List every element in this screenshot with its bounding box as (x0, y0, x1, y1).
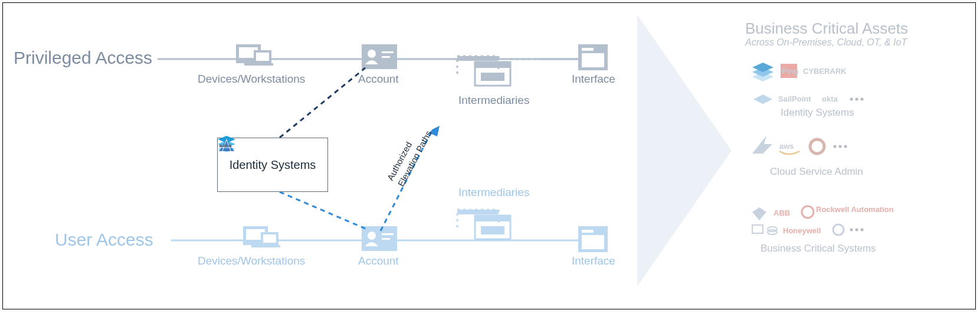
svg-rect-8 (382, 51, 394, 53)
svg-marker-45 (753, 94, 772, 104)
svg-rect-9 (382, 56, 390, 58)
account-icon-user (362, 226, 397, 251)
funnel-shape (637, 15, 732, 286)
svg-rect-34 (582, 235, 604, 249)
svg-text:okta: okta (822, 94, 838, 103)
svg-rect-24 (362, 226, 397, 251)
svg-rect-4 (256, 53, 269, 61)
user-intermediaries-label: Intermediaries (458, 186, 529, 199)
svg-rect-11 (475, 62, 510, 68)
user-devices-label: Devices/Workstations (198, 255, 305, 268)
identity-systems-card: Identity Systems (217, 138, 328, 192)
svg-rect-13 (457, 56, 499, 61)
svg-rect-6 (362, 44, 397, 69)
svg-point-55 (844, 145, 847, 148)
svg-text:SailPoint: SailPoint (778, 94, 811, 103)
svg-rect-60 (752, 225, 763, 233)
svg-rect-16 (582, 53, 604, 67)
account-icon-priv (362, 44, 397, 69)
svg-point-65 (850, 229, 853, 232)
sidebar-section-bcs: Business Critical Systems (761, 243, 876, 255)
priv-devices-label: Devices/Workstations (198, 73, 305, 86)
svg-text:CYBERARK: CYBERARK (803, 67, 847, 76)
dash-to-user-account (280, 192, 365, 229)
svg-point-53 (834, 145, 837, 148)
diagram-frame: Authorized Elevation Paths Ping CYBERARK… (2, 2, 976, 309)
intermediaries-icon-priv (451, 56, 540, 86)
svg-text:Honeywell: Honeywell (783, 226, 821, 235)
sidebar-section-cloud: Cloud Service Admin (770, 166, 863, 178)
svg-rect-26 (382, 233, 394, 235)
svg-point-77 (229, 145, 232, 148)
svg-rect-20 (251, 245, 260, 247)
svg-point-25 (368, 232, 376, 240)
svg-rect-31 (457, 210, 499, 214)
svg-rect-23 (259, 245, 280, 247)
svg-point-50 (861, 98, 864, 101)
identity-systems-caption: Identity Systems (218, 155, 327, 178)
user-access-title: User Access (55, 230, 153, 250)
user-interface-label: Interface (572, 255, 615, 268)
priv-interface-label: Interface (572, 73, 615, 86)
svg-point-67 (861, 229, 864, 232)
priv-account-label: Account (358, 73, 399, 86)
svg-rect-12 (481, 73, 504, 81)
elevation-arrow: Authorized Elevation Paths (381, 126, 440, 231)
svg-point-66 (856, 229, 858, 232)
svg-point-58 (802, 206, 814, 218)
svg-rect-27 (382, 238, 390, 240)
intermediaries-icon-user (457, 210, 510, 239)
svg-rect-29 (475, 216, 510, 221)
svg-text:Ping: Ping (782, 67, 798, 76)
user-account-label: Account (358, 255, 399, 268)
svg-rect-5 (252, 63, 273, 66)
svg-marker-56 (752, 207, 766, 220)
privileged-access-title: Privileged Access (14, 48, 152, 68)
svg-point-75 (219, 145, 222, 148)
sidebar-subtitle: Across On-Premises, Cloud, OT, & IoT (745, 37, 907, 48)
sidebar-section-identity: Identity Systems (781, 107, 854, 119)
svg-text:Rockwell Automation: Rockwell Automation (816, 205, 894, 214)
priv-intermediaries-label: Intermediaries (458, 94, 529, 107)
svg-rect-30 (481, 226, 504, 234)
interface-icon-user (578, 226, 608, 252)
devices-icon-user (243, 226, 280, 247)
interface-icon-priv (578, 44, 608, 70)
sidebar-bcs-icons: ABB Rockwell Automation Honeywell (752, 205, 894, 235)
devices-icon-priv (236, 44, 273, 66)
svg-text:aws: aws (779, 142, 794, 151)
svg-point-52 (810, 139, 824, 154)
svg-point-54 (839, 145, 842, 148)
svg-rect-2 (244, 63, 253, 66)
svg-point-64 (833, 224, 844, 235)
svg-rect-33 (582, 230, 594, 233)
svg-rect-15 (582, 48, 594, 51)
sidebar-title: Business Critical Assets (745, 19, 908, 38)
svg-point-49 (856, 98, 858, 101)
sidebar-identity-icons: Ping CYBERARK SailPoint okta (752, 63, 864, 104)
svg-text:ABB: ABB (773, 208, 790, 217)
svg-point-48 (850, 98, 853, 101)
svg-point-7 (368, 50, 376, 58)
svg-rect-22 (263, 234, 276, 243)
svg-point-76 (224, 145, 227, 148)
sidebar-cloud-icons: aws (752, 136, 847, 154)
